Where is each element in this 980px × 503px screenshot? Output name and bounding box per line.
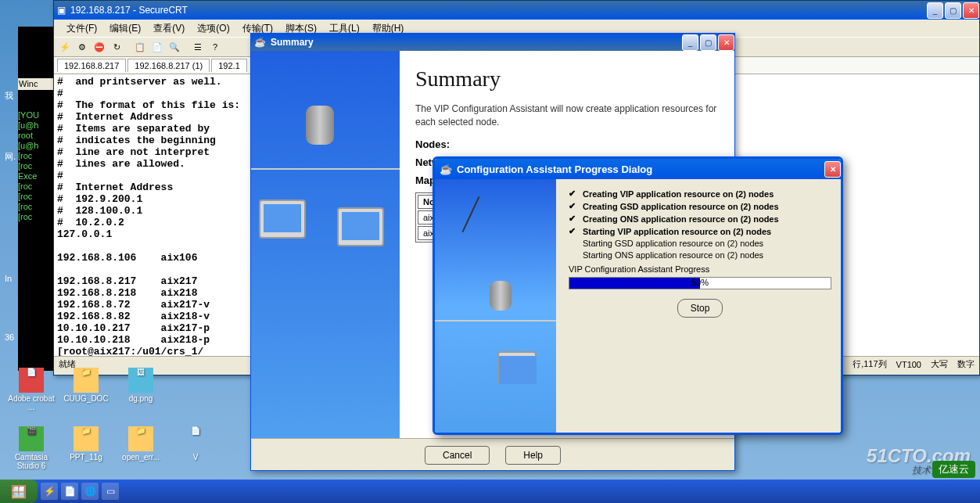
maximize-button[interactable]: ▢: [945, 2, 961, 19]
status-caps: 大写: [931, 358, 948, 370]
desktop-icon[interactable]: 🎬Camtasia Studio 6: [4, 426, 59, 470]
status-num: 数字: [957, 358, 975, 370]
taskbar-item[interactable]: ⚡: [41, 483, 58, 500]
tb-find-icon[interactable]: 🔍: [167, 39, 182, 55]
cancel-button[interactable]: Cancel: [425, 446, 490, 465]
start-button[interactable]: 🪟: [0, 480, 38, 503]
session-tab[interactable]: 192.168.8.217 (1): [127, 59, 210, 72]
progress-bar: 50%: [569, 277, 831, 289]
progress-label: VIP Configuration Assistant Progress: [569, 264, 831, 274]
desktop-icon[interactable]: 📄Adobe crobat ...: [4, 368, 59, 411]
check-icon: ✔: [569, 226, 578, 236]
session-tab[interactable]: 192.168.8.217: [57, 59, 126, 72]
taskbar-item[interactable]: 🌐: [81, 483, 99, 500]
coffee-icon: ☕: [440, 163, 452, 175]
progress-step-text: Creating ONS application resource on (2)…: [583, 214, 779, 224]
progress-dialog: ☕ Configuration Assistant Progress Dialo…: [433, 156, 843, 435]
desktop-label: In: [5, 274, 12, 283]
progress-titlebar[interactable]: ☕ Configuration Assistant Progress Dialo…: [435, 159, 841, 179]
securecrt-titlebar[interactable]: ▣ 192.168.8.217 - SecureCRT _ ▢ ✕: [54, 1, 979, 20]
summary-titlebar[interactable]: ☕ Summary _ ▢ ✕: [251, 34, 734, 51]
corner-badge: 亿速云: [932, 461, 975, 478]
progress-graphic: [435, 179, 556, 435]
progress-step: ✔Creating VIP application resource on (2…: [569, 189, 831, 199]
summary-graphic: [251, 51, 400, 438]
summary-heading: Summary: [415, 66, 719, 92]
desktop-label: 36: [5, 332, 14, 342]
minimize-button[interactable]: _: [682, 34, 698, 51]
menu-options[interactable]: 选项(O): [191, 20, 235, 37]
desktop-icons: 📄Adobe crobat ... 📁CUUG_DOC 🖼dg.png: [4, 368, 168, 435]
maximize-button[interactable]: ▢: [700, 34, 716, 51]
progress-step-text: Creating GSD application resource on (2)…: [583, 202, 779, 211]
progress-step: ✔Starting VIP application resource on (2…: [569, 226, 831, 236]
menu-view[interactable]: 查看(V): [147, 20, 191, 37]
desktop-icon[interactable]: 🖼dg.png: [113, 368, 168, 411]
stop-button[interactable]: Stop: [677, 299, 723, 318]
desktop-icon[interactable]: 📄V: [168, 426, 223, 470]
progress-step-text: Starting GSD application resource on (2)…: [583, 239, 763, 248]
menu-edit[interactable]: 编辑(E): [103, 20, 147, 37]
progress-step: Starting ONS application resource on (2)…: [569, 250, 831, 260]
tb-disconnect-icon[interactable]: ⛔: [92, 39, 107, 55]
desktop-label: 我: [5, 90, 13, 102]
menu-file[interactable]: 文件(F): [60, 20, 103, 37]
session-tab[interactable]: 192.1: [211, 59, 247, 72]
help-button[interactable]: Help: [505, 446, 561, 465]
window-title: 192.168.8.217 - SecureCRT: [70, 5, 188, 16]
summary-text: The VIP Configuration Assistant will now…: [415, 102, 719, 129]
tb-reconnect-icon[interactable]: ↻: [109, 39, 124, 55]
coffee-icon: ☕: [254, 37, 266, 48]
check-icon: ✔: [569, 189, 578, 199]
progress-step-text: Starting VIP application resource on (2)…: [583, 227, 771, 236]
minimize-button[interactable]: _: [927, 2, 943, 19]
progress-step: ✔Creating GSD application resource on (2…: [569, 201, 831, 211]
tb-copy-icon[interactable]: 📋: [132, 39, 148, 55]
close-button[interactable]: ✕: [718, 34, 734, 51]
nodes-label: Nodes:: [415, 138, 719, 150]
progress-percent: 50%: [691, 278, 709, 287]
progress-step: ✔Creating ONS application resource on (2…: [569, 214, 831, 224]
tb-paste-icon[interactable]: 📄: [149, 39, 165, 55]
close-button[interactable]: ✕: [963, 2, 979, 19]
summary-title: Summary: [271, 37, 314, 48]
check-icon: ✔: [569, 201, 578, 211]
app-icon: ▣: [57, 5, 66, 16]
progress-step: Starting GSD application resource on (2)…: [569, 239, 831, 248]
side-terminal: Winc [YOU [u@h root [u@h [roc [roc Exce …: [18, 27, 53, 371]
tb-connect-icon[interactable]: ⚡: [57, 39, 73, 55]
desktop-icon[interactable]: 📁PPT_11g: [59, 426, 113, 470]
summary-buttons: Cancel Help: [251, 438, 734, 471]
tb-props-icon[interactable]: ☰: [190, 39, 206, 55]
desktop-icon[interactable]: 📁open_err...: [113, 426, 168, 470]
taskbar: 🪟 ⚡ 📄 🌐 ▭: [0, 480, 980, 503]
progress-step-text: Starting ONS application resource on (2)…: [583, 250, 763, 260]
progress-step-text: Creating VIP application resource on (2)…: [583, 189, 774, 199]
status-term: VT100: [896, 360, 921, 369]
status-cols: 行,117列: [853, 358, 886, 370]
taskbar-item[interactable]: 📄: [61, 483, 78, 500]
desktop-icon[interactable]: 📁CUUG_DOC: [59, 368, 113, 411]
progress-content: ✔Creating VIP application resource on (2…: [556, 179, 841, 435]
tb-help-icon[interactable]: ?: [207, 39, 223, 55]
taskbar-item[interactable]: ▭: [102, 483, 119, 500]
check-icon: ✔: [569, 214, 578, 224]
desktop-label: 网.: [5, 151, 16, 163]
tb-quick-icon[interactable]: ⚙: [74, 39, 90, 55]
close-button[interactable]: ✕: [824, 161, 841, 178]
progress-title: Configuration Assistant Progress Dialog: [457, 163, 652, 175]
